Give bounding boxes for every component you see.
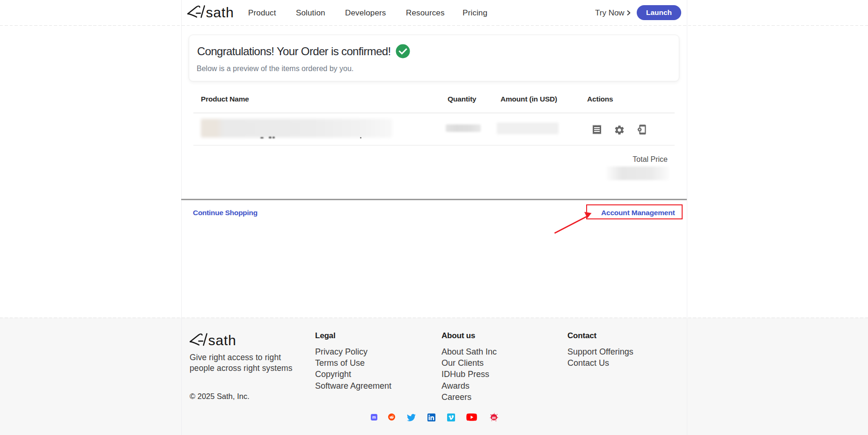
svg-text:m: m	[372, 415, 376, 420]
svg-text:sath: sath	[206, 5, 233, 19]
svg-text:sath: sath	[208, 333, 235, 347]
svg-text:m: m	[492, 415, 496, 420]
